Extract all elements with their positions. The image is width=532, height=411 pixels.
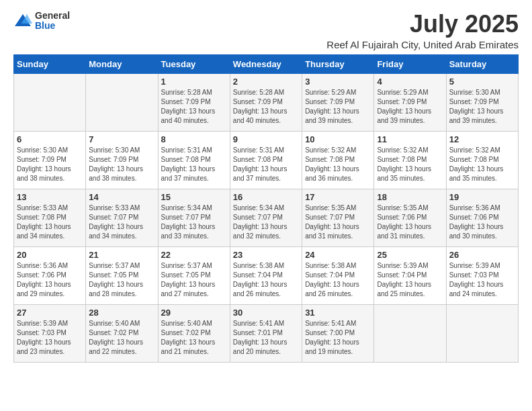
- cell-w4-d0: 20Sunrise: 5:36 AMSunset: 7:06 PMDayligh…: [14, 246, 86, 304]
- day-info: Sunrise: 5:34 AMSunset: 7:07 PMDaylight:…: [233, 203, 299, 241]
- main-title: July 2025: [326, 11, 519, 38]
- col-wednesday: Wednesday: [230, 54, 302, 73]
- day-number: 29: [161, 308, 227, 318]
- day-number: 3: [305, 77, 371, 87]
- cell-w1-d6: 5Sunrise: 5:30 AMSunset: 7:09 PMDaylight…: [446, 73, 518, 131]
- col-monday: Monday: [86, 54, 158, 73]
- cell-w4-d4: 24Sunrise: 5:38 AMSunset: 7:04 PMDayligh…: [302, 246, 374, 304]
- calendar-header: Sunday Monday Tuesday Wednesday Thursday…: [14, 54, 519, 73]
- cell-w1-d4: 3Sunrise: 5:29 AMSunset: 7:09 PMDaylight…: [302, 73, 374, 131]
- day-number: 17: [305, 192, 371, 202]
- day-number: 14: [89, 192, 154, 202]
- day-number: 19: [449, 192, 515, 202]
- logo-general-text: General: [35, 11, 70, 21]
- cell-w2-d0: 6Sunrise: 5:30 AMSunset: 7:09 PMDaylight…: [14, 131, 86, 189]
- logo: General Blue: [13, 11, 70, 32]
- day-number: 12: [449, 134, 515, 144]
- day-number: 16: [233, 192, 299, 202]
- day-info: Sunrise: 5:38 AMSunset: 7:04 PMDaylight:…: [233, 261, 299, 299]
- day-number: 25: [377, 250, 443, 260]
- day-info: Sunrise: 5:39 AMSunset: 7:03 PMDaylight:…: [17, 319, 83, 357]
- col-thursday: Thursday: [302, 54, 374, 73]
- cell-w3-d0: 13Sunrise: 5:33 AMSunset: 7:08 PMDayligh…: [14, 189, 86, 246]
- day-info: Sunrise: 5:29 AMSunset: 7:09 PMDaylight:…: [377, 88, 443, 126]
- col-sunday: Sunday: [14, 54, 86, 73]
- cell-w5-d1: 28Sunrise: 5:40 AMSunset: 7:02 PMDayligh…: [86, 304, 158, 362]
- day-info: Sunrise: 5:38 AMSunset: 7:04 PMDaylight:…: [305, 261, 371, 299]
- day-number: 20: [17, 250, 83, 260]
- day-info: Sunrise: 5:41 AMSunset: 7:01 PMDaylight:…: [233, 319, 299, 357]
- cell-w3-d6: 19Sunrise: 5:36 AMSunset: 7:06 PMDayligh…: [446, 189, 518, 246]
- day-info: Sunrise: 5:31 AMSunset: 7:08 PMDaylight:…: [233, 146, 299, 183]
- logo-icon: [13, 11, 32, 30]
- day-info: Sunrise: 5:31 AMSunset: 7:08 PMDaylight:…: [161, 146, 227, 183]
- day-number: 26: [449, 250, 515, 260]
- week-row-5: 27Sunrise: 5:39 AMSunset: 7:03 PMDayligh…: [14, 304, 519, 362]
- day-number: 30: [233, 308, 299, 318]
- day-number: 27: [17, 308, 83, 318]
- col-tuesday: Tuesday: [158, 54, 230, 73]
- day-number: 15: [161, 192, 227, 202]
- cell-w1-d2: 1Sunrise: 5:28 AMSunset: 7:09 PMDaylight…: [158, 73, 230, 131]
- day-info: Sunrise: 5:30 AMSunset: 7:09 PMDaylight:…: [449, 88, 515, 126]
- day-number: 28: [89, 308, 154, 318]
- cell-w1-d0: [14, 73, 86, 131]
- day-info: Sunrise: 5:28 AMSunset: 7:09 PMDaylight:…: [233, 88, 299, 126]
- day-info: Sunrise: 5:30 AMSunset: 7:09 PMDaylight:…: [89, 146, 154, 183]
- day-info: Sunrise: 5:34 AMSunset: 7:07 PMDaylight:…: [161, 203, 227, 241]
- cell-w1-d1: [86, 73, 158, 131]
- day-number: 1: [161, 77, 227, 87]
- cell-w2-d2: 8Sunrise: 5:31 AMSunset: 7:08 PMDaylight…: [158, 131, 230, 189]
- day-number: 4: [377, 77, 443, 87]
- title-area: July 2025 Reef Al Fujairah City, United …: [326, 11, 519, 50]
- cell-w2-d3: 9Sunrise: 5:31 AMSunset: 7:08 PMDaylight…: [230, 131, 302, 189]
- day-number: 24: [305, 250, 371, 260]
- day-number: 31: [305, 308, 371, 318]
- day-info: Sunrise: 5:39 AMSunset: 7:04 PMDaylight:…: [377, 261, 443, 299]
- day-number: 23: [233, 250, 299, 260]
- logo-text: General Blue: [35, 11, 70, 32]
- day-number: 22: [161, 250, 227, 260]
- cell-w4-d1: 21Sunrise: 5:37 AMSunset: 7:05 PMDayligh…: [86, 246, 158, 304]
- subtitle: Reef Al Fujairah City, United Arab Emira…: [326, 39, 519, 50]
- col-friday: Friday: [374, 54, 446, 73]
- day-number: 2: [233, 77, 299, 87]
- cell-w1-d5: 4Sunrise: 5:29 AMSunset: 7:09 PMDaylight…: [374, 73, 446, 131]
- week-row-2: 6Sunrise: 5:30 AMSunset: 7:09 PMDaylight…: [14, 131, 519, 189]
- day-number: 7: [89, 134, 154, 144]
- cell-w3-d1: 14Sunrise: 5:33 AMSunset: 7:07 PMDayligh…: [86, 189, 158, 246]
- header-area: General Blue July 2025 Reef Al Fujairah …: [13, 11, 519, 50]
- day-info: Sunrise: 5:39 AMSunset: 7:03 PMDaylight:…: [449, 261, 515, 299]
- cell-w5-d2: 29Sunrise: 5:40 AMSunset: 7:02 PMDayligh…: [158, 304, 230, 362]
- cell-w5-d0: 27Sunrise: 5:39 AMSunset: 7:03 PMDayligh…: [14, 304, 86, 362]
- header-row: Sunday Monday Tuesday Wednesday Thursday…: [14, 54, 519, 73]
- cell-w3-d4: 17Sunrise: 5:35 AMSunset: 7:07 PMDayligh…: [302, 189, 374, 246]
- cell-w4-d2: 22Sunrise: 5:37 AMSunset: 7:05 PMDayligh…: [158, 246, 230, 304]
- cell-w2-d1: 7Sunrise: 5:30 AMSunset: 7:09 PMDaylight…: [86, 131, 158, 189]
- cell-w3-d2: 15Sunrise: 5:34 AMSunset: 7:07 PMDayligh…: [158, 189, 230, 246]
- day-number: 13: [17, 192, 83, 202]
- day-info: Sunrise: 5:37 AMSunset: 7:05 PMDaylight:…: [161, 261, 227, 299]
- cell-w5-d5: [374, 304, 446, 362]
- day-number: 10: [305, 134, 371, 144]
- day-number: 21: [89, 250, 154, 260]
- cell-w5-d4: 31Sunrise: 5:41 AMSunset: 7:00 PMDayligh…: [302, 304, 374, 362]
- cell-w2-d4: 10Sunrise: 5:32 AMSunset: 7:08 PMDayligh…: [302, 131, 374, 189]
- day-info: Sunrise: 5:32 AMSunset: 7:08 PMDaylight:…: [377, 146, 443, 183]
- day-info: Sunrise: 5:28 AMSunset: 7:09 PMDaylight:…: [161, 88, 227, 126]
- day-info: Sunrise: 5:29 AMSunset: 7:09 PMDaylight:…: [305, 88, 371, 126]
- cell-w1-d3: 2Sunrise: 5:28 AMSunset: 7:09 PMDaylight…: [230, 73, 302, 131]
- day-info: Sunrise: 5:41 AMSunset: 7:00 PMDaylight:…: [305, 319, 371, 357]
- day-info: Sunrise: 5:32 AMSunset: 7:08 PMDaylight:…: [305, 146, 371, 183]
- week-row-4: 20Sunrise: 5:36 AMSunset: 7:06 PMDayligh…: [14, 246, 519, 304]
- day-info: Sunrise: 5:37 AMSunset: 7:05 PMDaylight:…: [89, 261, 154, 299]
- cell-w5-d3: 30Sunrise: 5:41 AMSunset: 7:01 PMDayligh…: [230, 304, 302, 362]
- calendar-table: Sunday Monday Tuesday Wednesday Thursday…: [13, 54, 519, 363]
- day-number: 5: [449, 77, 515, 87]
- day-number: 6: [17, 134, 83, 144]
- day-info: Sunrise: 5:35 AMSunset: 7:07 PMDaylight:…: [305, 203, 371, 241]
- day-info: Sunrise: 5:30 AMSunset: 7:09 PMDaylight:…: [17, 146, 83, 183]
- week-row-3: 13Sunrise: 5:33 AMSunset: 7:08 PMDayligh…: [14, 189, 519, 246]
- calendar-body: 1Sunrise: 5:28 AMSunset: 7:09 PMDaylight…: [14, 73, 519, 362]
- day-info: Sunrise: 5:33 AMSunset: 7:08 PMDaylight:…: [17, 203, 83, 241]
